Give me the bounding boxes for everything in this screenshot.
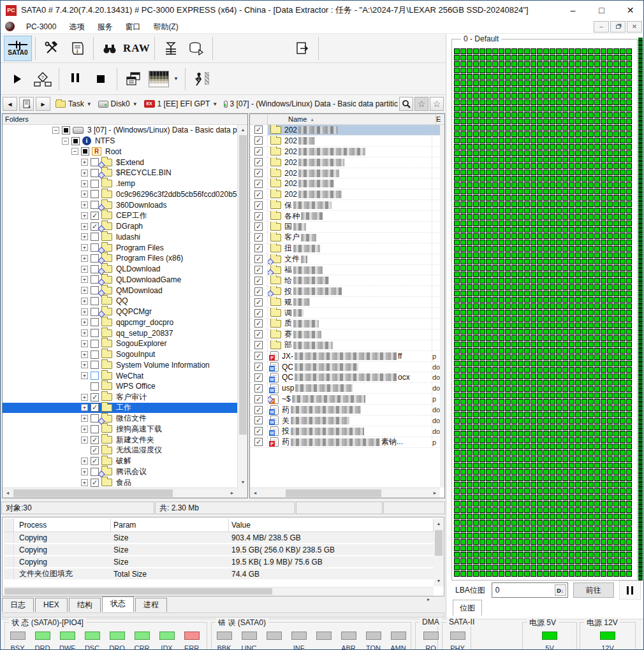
report-script-button[interactable]: i	[64, 36, 90, 61]
value-column-header[interactable]: Value	[229, 519, 434, 531]
lba-input[interactable]: 0 D↓	[492, 582, 568, 598]
list-checkbox[interactable]	[254, 384, 263, 393]
expand-toggle[interactable]: +	[81, 180, 88, 187]
ext-column-header[interactable]: E	[435, 114, 444, 124]
search-tool-button[interactable]	[97, 36, 122, 61]
tree-checkbox[interactable]	[91, 340, 99, 348]
lba-bitmap-grid[interactable]	[454, 48, 632, 577]
list-item[interactable]: 投do	[250, 426, 440, 437]
list-checkbox[interactable]	[254, 169, 263, 177]
tree-row[interactable]: +Program Files	[3, 242, 237, 253]
goto-button[interactable]: 前往	[573, 582, 614, 598]
process-horizontal-scrollbar[interactable]: ►	[4, 587, 434, 596]
autorun-button[interactable]	[189, 66, 214, 92]
list-item[interactable]: uspdo	[250, 383, 440, 394]
param-column-header[interactable]: Param	[111, 519, 229, 531]
tree-row[interactable]: +ludashi	[3, 232, 237, 243]
list-checkbox[interactable]	[254, 395, 263, 403]
expand-toggle[interactable]: +	[81, 212, 88, 219]
tree-checkbox[interactable]	[91, 446, 99, 454]
list-item[interactable]: JX-ffp	[250, 351, 440, 362]
expand-toggle[interactable]: +	[81, 437, 88, 444]
list-item[interactable]: 文件	[250, 254, 440, 265]
list-checkbox[interactable]	[254, 330, 263, 338]
mdi-restore-button[interactable]	[610, 21, 626, 32]
list-item[interactable]: 保	[250, 200, 440, 211]
tree-checkbox[interactable]	[91, 329, 99, 337]
mdi-close-button[interactable]: ✕	[627, 21, 642, 32]
list-checkbox[interactable]	[254, 191, 263, 199]
tree-row[interactable]: +SogouInput	[3, 349, 237, 360]
tree-checkbox[interactable]	[91, 297, 99, 305]
menu-options[interactable]: 选项	[62, 20, 91, 34]
tree-row[interactable]: +Program Files (x86)	[3, 253, 237, 264]
tree-row[interactable]: WPS Office	[3, 381, 237, 392]
stop-task-button[interactable]	[88, 66, 113, 92]
folders-vertical-scrollbar[interactable]: ▲ ▼	[237, 125, 247, 487]
list-checkbox[interactable]	[254, 438, 263, 446]
lba-decimal-button[interactable]: D↓	[555, 584, 566, 596]
tab-日志[interactable]: 日志	[2, 598, 34, 612]
process-vertical-scrollbar[interactable]: ▲ ▼	[434, 519, 444, 586]
list-item[interactable]: 调	[250, 308, 440, 319]
list-item[interactable]: 投	[250, 286, 440, 297]
export-data-button[interactable]	[289, 36, 315, 61]
bitmap-minimap-strip[interactable]	[638, 38, 643, 581]
tree-checkbox[interactable]	[91, 350, 99, 359]
list-checkbox[interactable]	[254, 373, 263, 382]
file-list-vertical-scrollbar[interactable]	[440, 125, 444, 487]
tree-row[interactable]: +新建文件夹	[3, 435, 237, 445]
list-checkbox[interactable]	[254, 201, 263, 210]
tree-row[interactable]: +$Extend	[3, 157, 237, 168]
tree-row[interactable]: +0c9c96296c3f2ddb5cb56fccd020b5ee	[3, 189, 237, 200]
tree-checkbox[interactable]	[91, 382, 99, 391]
expand-toggle[interactable]: +	[81, 287, 88, 294]
expand-toggle[interactable]: +	[81, 191, 88, 198]
tree-row[interactable]: +微信文件	[3, 413, 237, 424]
tab-bitmap[interactable]: 位图	[453, 600, 482, 616]
list-item[interactable]: 202	[250, 157, 440, 168]
expand-toggle[interactable]: +	[81, 458, 88, 465]
build-map-button[interactable]	[158, 36, 184, 61]
nav-forward-button[interactable]: ►	[36, 97, 50, 111]
tree-row[interactable]: +QMDownload	[3, 285, 237, 296]
image-database-button[interactable]	[184, 36, 209, 61]
list-checkbox[interactable]	[254, 406, 263, 414]
process-row[interactable]: 文件夹位图填充Total Size74.4 GB	[4, 568, 434, 581]
tab-状态[interactable]: 状态	[102, 596, 134, 612]
list-checkbox[interactable]	[254, 126, 263, 134]
list-item[interactable]: 202	[250, 178, 440, 189]
tab-HEX[interactable]: HEX	[35, 598, 68, 612]
tree-row[interactable]: +360Downloads	[3, 199, 237, 210]
bookmark-active-button[interactable]: ☆	[414, 97, 428, 111]
list-item[interactable]: 扭	[250, 243, 440, 254]
expand-toggle[interactable]: +	[81, 266, 88, 273]
minimize-button[interactable]: –	[559, 1, 587, 20]
list-checkbox[interactable]	[254, 427, 263, 435]
close-button[interactable]: ✕	[616, 1, 644, 20]
folder-tree[interactable]: −3 [07] - (Windows/Linux) Data - Basic d…	[3, 125, 237, 487]
expand-toggle[interactable]: +	[81, 201, 88, 208]
list-item[interactable]: 赛	[250, 329, 440, 340]
menu-help[interactable]: 帮助(Z)	[147, 20, 184, 34]
tree-row[interactable]: +搜狗高速下载	[3, 424, 237, 435]
expand-toggle[interactable]: +	[81, 415, 88, 422]
tree-row[interactable]: +QQ	[3, 296, 237, 307]
tree-checkbox[interactable]	[81, 147, 89, 155]
expand-toggle[interactable]: +	[81, 319, 88, 326]
tree-checkbox[interactable]	[91, 468, 99, 476]
bitmap-pause-button[interactable]	[619, 581, 641, 600]
tree-checkbox[interactable]	[91, 436, 99, 444]
tree-checkbox[interactable]	[91, 254, 99, 263]
tree-row[interactable]: +QLDownload	[3, 264, 237, 275]
list-item[interactable]: 关do	[250, 415, 440, 426]
list-item[interactable]: 202	[250, 136, 440, 147]
expand-toggle[interactable]: −	[62, 138, 69, 145]
tree-row[interactable]: 无线温湿度仪	[3, 445, 237, 456]
tree-checkbox[interactable]	[71, 137, 80, 145]
sata0-port-button[interactable]: SATA0	[4, 36, 32, 61]
list-item[interactable]: 质	[250, 319, 440, 329]
nav-back-button[interactable]: ◄	[3, 97, 17, 111]
tree-checkbox[interactable]	[91, 212, 99, 220]
utility-tools-button[interactable]	[39, 36, 64, 61]
